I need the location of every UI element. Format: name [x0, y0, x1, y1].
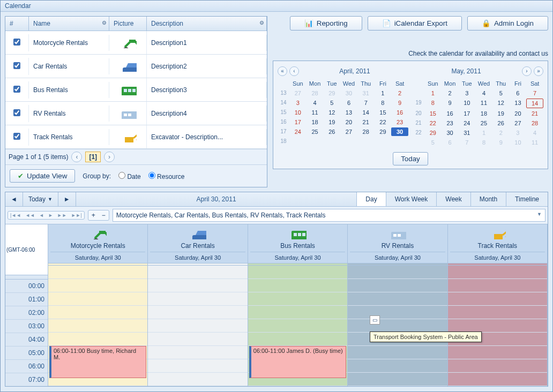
view-tab-day[interactable]: Day	[356, 192, 385, 206]
cal-day[interactable]: 1	[424, 89, 442, 97]
cal-day[interactable]: 1	[475, 129, 492, 137]
view-tab-work-week[interactable]: Work Week	[386, 192, 437, 206]
cal-day[interactable]: 6	[340, 99, 357, 107]
cal-day[interactable]: 9	[391, 99, 408, 107]
cal-day[interactable]: 19	[492, 109, 510, 118]
filter-icon[interactable]: ⚙	[102, 20, 107, 26]
cal-month-left[interactable]: April, 2011	[301, 67, 408, 75]
cal-day[interactable]: 15	[375, 108, 392, 117]
cal-day[interactable]: 15	[424, 109, 442, 118]
time-slot[interactable]	[148, 266, 247, 279]
time-slot[interactable]	[348, 292, 447, 306]
cal-day[interactable]: 28	[357, 127, 375, 136]
cal-day[interactable]: 4	[307, 99, 324, 107]
groupby-resource-radio[interactable]: Resource	[148, 172, 185, 180]
col-check[interactable]: #	[5, 17, 29, 31]
time-slot[interactable]	[248, 266, 347, 279]
minical-today-button[interactable]: Today	[393, 152, 428, 165]
cal-day[interactable]: 30	[442, 129, 459, 137]
time-slot[interactable]	[248, 306, 347, 319]
col-name[interactable]: Name⚙	[29, 17, 109, 31]
cal-day[interactable]: 27	[289, 89, 307, 97]
cal-day[interactable]: 30	[340, 89, 357, 97]
table-row[interactable]: Motorcycle RentalsDescription1	[5, 31, 267, 55]
cal-day[interactable]: 20	[340, 118, 357, 126]
cal-day[interactable]: 13	[340, 108, 357, 117]
cal-day[interactable]: 7	[458, 138, 475, 147]
cal-day[interactable]: 2	[492, 129, 510, 137]
add-resource-button[interactable]: +	[88, 210, 99, 220]
cal-day[interactable]: 26	[492, 119, 510, 127]
cal-day[interactable]: 25	[307, 127, 324, 136]
time-slot[interactable]	[148, 319, 247, 333]
groupby-date-radio[interactable]: Date	[118, 172, 141, 180]
cal-day[interactable]: 11	[475, 99, 492, 108]
reporting-button[interactable]: 📊Reporting	[290, 16, 362, 31]
cal-day[interactable]: 24	[458, 119, 475, 127]
cal-day[interactable]: 27	[340, 127, 357, 136]
cal-day[interactable]	[391, 137, 408, 145]
cal-day[interactable]: 31	[357, 89, 375, 97]
row-checkbox[interactable]	[13, 39, 20, 46]
appointment[interactable]: 06:00-11:00 Busy time, Richard M.	[49, 346, 146, 378]
cal-day[interactable]: 14	[526, 99, 543, 108]
cal-day[interactable]: 2	[391, 89, 408, 97]
resource-header[interactable]: Car RentalsSaturday, April 30	[148, 224, 247, 263]
cal-day[interactable]: 12	[492, 99, 510, 108]
cal-day[interactable]: 5	[492, 89, 510, 97]
sched-prev[interactable]: ◄	[5, 192, 23, 206]
nav-first-icon[interactable]: |◄◄	[8, 212, 23, 219]
cal-day[interactable]	[340, 137, 357, 145]
view-tab-week[interactable]: Week	[436, 192, 470, 206]
cal-day[interactable]: 4	[526, 129, 543, 137]
time-slot[interactable]	[448, 359, 547, 373]
cal-day[interactable]: 29	[424, 129, 442, 137]
time-slot[interactable]	[248, 279, 347, 292]
time-slot[interactable]	[148, 306, 247, 319]
nav-next-page-icon[interactable]: ►►	[55, 212, 69, 219]
nav-next-icon[interactable]: ►	[46, 212, 55, 219]
cal-day[interactable]: 10	[289, 108, 307, 117]
cal-next-fast[interactable]: »	[534, 66, 543, 76]
cal-day[interactable]: 27	[510, 119, 527, 127]
time-slot[interactable]	[448, 292, 547, 306]
table-row[interactable]: Bus RentalsDescription3	[5, 78, 267, 102]
admin-login-button[interactable]: 🔒Admin Login	[467, 16, 548, 31]
sched-today-dropdown[interactable]: Today ▼	[23, 192, 58, 206]
cal-day[interactable]	[307, 137, 324, 145]
nav-last-icon[interactable]: ►►|	[69, 212, 84, 219]
cal-day[interactable]: 3	[458, 89, 475, 97]
cal-day[interactable]	[289, 137, 307, 145]
cal-day[interactable]: 2	[442, 89, 459, 97]
table-row[interactable]: RV RentalsDescription4	[5, 102, 267, 125]
cal-day[interactable]: 10	[458, 99, 475, 108]
time-slot[interactable]	[48, 319, 147, 333]
cal-next[interactable]: ›	[522, 66, 532, 76]
time-slot[interactable]	[148, 292, 247, 306]
time-slot[interactable]	[148, 346, 247, 359]
time-slot[interactable]	[148, 359, 247, 373]
col-description[interactable]: Description⚙	[147, 17, 267, 31]
cal-day[interactable]: 19	[323, 118, 340, 126]
cal-day[interactable]: 30	[391, 127, 408, 136]
cal-day[interactable]: 23	[391, 118, 408, 126]
time-slot[interactable]	[248, 292, 347, 306]
cal-day[interactable]: 17	[289, 118, 307, 126]
cal-day[interactable]: 31	[458, 129, 475, 137]
row-checkbox[interactable]	[13, 62, 20, 69]
cal-day[interactable]: 24	[289, 127, 307, 136]
time-slot[interactable]	[348, 359, 447, 373]
cal-day[interactable]: 7	[526, 89, 543, 97]
cal-day[interactable]: 12	[323, 108, 340, 117]
appointment-popup-icon[interactable]: ▭	[370, 315, 380, 325]
time-slot[interactable]	[448, 319, 547, 333]
cal-day[interactable]: 14	[357, 108, 375, 117]
time-slot[interactable]	[348, 306, 447, 319]
cal-day[interactable]: 20	[510, 109, 527, 118]
cal-day[interactable]: 23	[442, 119, 459, 127]
remove-resource-button[interactable]: −	[99, 210, 109, 220]
filter-icon[interactable]: ⚙	[259, 20, 264, 26]
time-slot[interactable]	[448, 279, 547, 292]
time-slot[interactable]	[48, 279, 147, 292]
time-slot[interactable]	[48, 333, 147, 346]
